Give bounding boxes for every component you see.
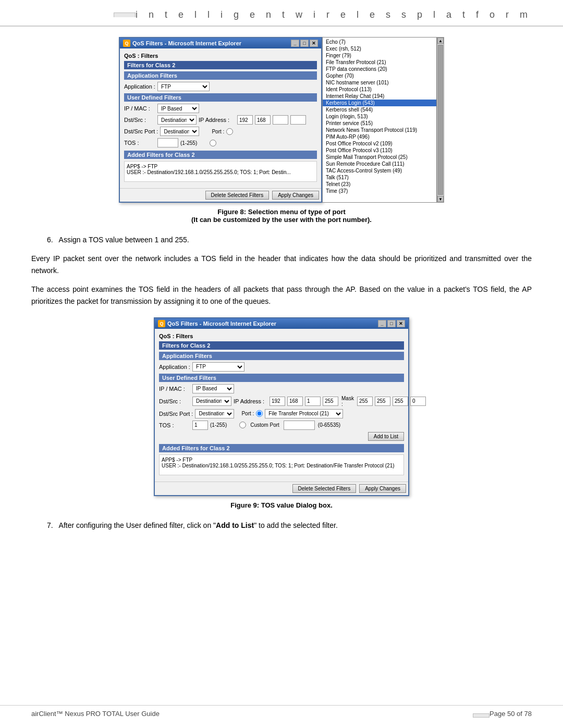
para1-text: Every IP packet sent over the network in… — [31, 253, 532, 276]
add-to-list-button[interactable]: Add to List — [368, 432, 404, 441]
port-radio-ftp[interactable] — [256, 410, 263, 417]
qos2-label: QoS : Filters — [159, 333, 404, 339]
ip-mac2-row: IP / MAC : IP Based — [159, 384, 404, 393]
tos2-range: (1-255) — [210, 422, 227, 428]
port-list: Echo (7)Exec (rsh, 512)Finger (79)File T… — [323, 38, 436, 195]
application2-label: Application : — [159, 364, 190, 370]
step6-content: Assign a TOS value between 1 and 255. — [59, 236, 189, 244]
dst-src-port-select[interactable]: Destination — [160, 127, 199, 136]
port-list-panel: Echo (7)Exec (rsh, 512)Finger (79)File T… — [322, 37, 444, 203]
dst-src-port2-select[interactable]: Destination — [195, 409, 234, 418]
ip-mac-row: IP / MAC : IP Based — [124, 104, 317, 113]
dst-src-port2-row: Dst/Src Port : Destination Port : File T… — [159, 409, 404, 418]
application-row: Application : FTP — [124, 82, 317, 91]
application2-select[interactable]: FTP — [192, 362, 244, 372]
mask-octet1[interactable] — [357, 397, 373, 406]
custom-port-label: Custom Port — [250, 422, 279, 428]
filters-class-bar: Filters for Class 2 — [124, 61, 317, 69]
page-footer: airClient™ Nexus PRO TOTAL User Guide Pa… — [0, 705, 563, 718]
custom-port-input[interactable] — [284, 421, 315, 430]
tos-input[interactable] — [157, 138, 178, 147]
figure2-block: Q QoS Filters - Microsoft Internet Explo… — [31, 317, 532, 509]
add-to-list-row: Add to List — [159, 432, 404, 441]
mask-octet4[interactable] — [410, 397, 426, 406]
main-content: Q QoS Filters - Microsoft Internet Explo… — [0, 37, 563, 559]
apply-changes-button[interactable]: Apply Changes — [272, 191, 319, 200]
ip-octet1[interactable] — [237, 115, 253, 125]
figure2-titlebar: Q QoS Filters - Microsoft Internet Explo… — [155, 318, 408, 329]
ip-mac2-select[interactable]: IP Based — [192, 384, 234, 393]
tos2-input[interactable] — [192, 421, 208, 430]
figure1-footer: Delete Selected Filters Apply Changes — [120, 188, 321, 202]
scroll-thumb[interactable] — [438, 45, 443, 195]
figure2-caption: Figure 9: TOS value Dialog box. — [230, 501, 333, 509]
step7-number: 7. — [47, 521, 59, 529]
tos-row: TOS : (1-255) — [124, 138, 317, 147]
close-button[interactable]: ✕ — [310, 40, 318, 47]
footer-right: Page 50 of 78 — [489, 706, 532, 718]
ip2-octet2[interactable] — [287, 397, 303, 406]
custom-port-radio[interactable] — [239, 422, 246, 428]
footer-right-area: Page 50 of 78 — [473, 706, 532, 718]
port-radio[interactable] — [226, 128, 233, 135]
figure2-footer: Delete Selected Filters Apply Changes — [155, 482, 408, 495]
delete-filters-button[interactable]: Delete Selected Filters — [205, 191, 270, 200]
dialog2-icon: Q — [158, 320, 165, 327]
tos-range: (1-255) — [180, 140, 197, 146]
page-header: i n t e l l i g e n t w i r e l e s s p … — [0, 0, 563, 27]
tos2-row: TOS : (1-255) Custom Port (0-65535) — [159, 421, 404, 430]
mask-octet2[interactable] — [375, 397, 390, 406]
added-filters-area: APP$ -> FTP USER :- Destination/192.168.… — [124, 161, 317, 182]
application2-row: Application : FTP — [159, 362, 404, 372]
dialog-icon: Q — [123, 40, 130, 47]
dst-src-label: Dst/Src : — [124, 117, 155, 123]
figure1-body: QoS : Filters Filters for Class 2 Applic… — [120, 48, 321, 188]
app-filters-bar: Application Filters — [124, 71, 317, 80]
footer-tab — [473, 713, 489, 718]
scroll-up[interactable]: ▲ — [437, 38, 444, 44]
added-filters2-bar: Added Filters for Class 2 — [159, 444, 404, 452]
port-protocol-select[interactable]: File Transfer Protocol (21) — [265, 409, 343, 418]
figure1-dialog: Q QoS Filters - Microsoft Internet Explo… — [119, 37, 322, 203]
ip-mac-select[interactable]: IP Based — [157, 104, 199, 113]
port2-label: Port : — [241, 411, 254, 416]
figure2-body: QoS : Filters Filters for Class 2 Applic… — [155, 329, 408, 482]
dst-src-port-row: Dst/Src Port : Destination Port : — [124, 127, 317, 136]
ip-mac2-label: IP / MAC : — [159, 386, 190, 392]
dst-src2-select[interactable]: Destination — [192, 397, 231, 406]
dialog-controls[interactable]: _ □ ✕ — [291, 40, 318, 47]
user-defined-bar: User Defined Filters — [124, 93, 317, 102]
application-select[interactable]: FTP — [157, 82, 210, 91]
maximize2-button[interactable]: □ — [387, 320, 396, 327]
mask-octet3[interactable] — [393, 397, 408, 406]
minimize-button[interactable]: _ — [291, 40, 299, 47]
scroll-down[interactable]: ▼ — [437, 196, 444, 202]
maximize-button[interactable]: □ — [300, 40, 309, 47]
ip-octet3[interactable] — [273, 115, 288, 125]
figure2-title: QoS Filters - Microsoft Internet Explore… — [167, 320, 276, 327]
ip2-octet1[interactable] — [270, 397, 285, 406]
ip-octet4[interactable] — [290, 115, 306, 125]
close2-button[interactable]: ✕ — [397, 320, 405, 327]
dst-src-select[interactable]: Destination — [157, 115, 197, 125]
footer-left: airClient™ Nexus PRO TOTAL User Guide — [31, 706, 160, 718]
user-defined2-bar: User Defined Filters — [159, 374, 404, 382]
ip2-octet4[interactable] — [323, 397, 338, 406]
tos-radio[interactable] — [210, 140, 216, 146]
delete-filters2-button[interactable]: Delete Selected Filters — [292, 484, 357, 493]
scrollbar[interactable]: ▲ ▼ — [437, 37, 444, 203]
dst-src2-label: Dst/Src : — [159, 398, 190, 404]
app-filters2-bar: Application Filters — [159, 352, 404, 360]
filter-entry1: APP$ -> FTP — [127, 164, 314, 169]
dialog2-controls[interactable]: _ □ ✕ — [378, 320, 405, 327]
step7-content: After configuring the User defined filte… — [59, 521, 338, 529]
port-list-container: Echo (7)Exec (rsh, 512)Finger (79)File T… — [322, 37, 437, 203]
minimize2-button[interactable]: _ — [378, 320, 386, 327]
apply-changes2-button[interactable]: Apply Changes — [359, 484, 406, 493]
ip-mac-label: IP / MAC : — [124, 105, 155, 112]
ip-octet2[interactable] — [255, 115, 271, 125]
figure1-title: QoS Filters - Microsoft Internet Explore… — [132, 40, 241, 46]
mask-label: Mask : — [341, 396, 354, 407]
figure1-caption: Figure 8: Selection menu of type of port… — [191, 208, 372, 224]
ip2-octet3[interactable] — [305, 397, 321, 406]
